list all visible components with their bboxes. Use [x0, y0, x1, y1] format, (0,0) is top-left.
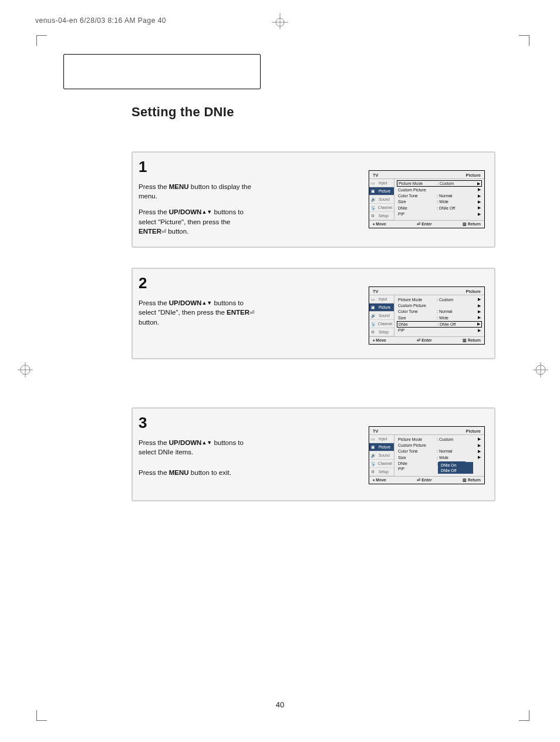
osd-row-dnie: DNIe:DNIe Off▶ — [397, 321, 482, 328]
osd-tab-sound: 🔊Sound — [369, 195, 394, 204]
osd-footer: ♦ Move ⏎ Enter ▥ Return — [369, 476, 484, 484]
osd-row-color-tone: Color Tone:Normal▶ — [397, 309, 482, 315]
up-arrow-icon: ▲ — [201, 209, 207, 215]
setup-icon: ⚙ — [371, 470, 377, 474]
osd-tab-picture: ▣Picture — [369, 303, 394, 312]
setup-icon: ⚙ — [371, 330, 377, 335]
channel-icon: 📡 — [371, 461, 376, 466]
osd-tv-label: TV — [373, 429, 379, 434]
osd-footer: ♦ Move ⏎ Enter ▥ Return — [369, 336, 484, 344]
osd-section-label: Picture — [466, 429, 481, 434]
osd-row-pip: PIP▶ — [397, 211, 482, 217]
input-icon: ▭ — [371, 297, 377, 302]
up-arrow-icon: ▲ — [201, 300, 207, 306]
osd-section-label: Picture — [466, 289, 481, 294]
osd-sidebar: ▭Input ▣Picture 🔊Sound 📡Channel ⚙Setup — [369, 179, 394, 220]
step-number: 1 — [139, 156, 255, 178]
osd-row-size: Size:Wide▶ — [397, 199, 482, 205]
osd-row-picture-mode: Picture Mode:Custom▶ — [397, 180, 482, 187]
input-icon: ▭ — [371, 181, 377, 186]
step-3-text: 3 Press the UP/DOWN▲▼ buttons to select … — [139, 412, 255, 495]
osd-row-color-tone: Color Tone:Normal▶ — [397, 448, 482, 454]
crop-mark — [519, 35, 529, 46]
osd-sidebar: ▭Input ▣Picture 🔊Sound 📡Channel ⚙Setup — [369, 435, 394, 476]
step-number: 3 — [139, 412, 255, 434]
osd-tab-setup: ⚙Setup — [369, 468, 394, 476]
osd-row-size: Size:Wide▶ — [397, 315, 482, 321]
registration-mark-right — [532, 361, 549, 381]
osd-row-dnie: DNIe:DNIe Off▶ — [397, 205, 482, 211]
step-1-text: 1 Press the MENU button to display the m… — [139, 156, 255, 242]
osd-tab-setup: ⚙Setup — [369, 212, 394, 220]
osd-tv-label: TV — [373, 173, 379, 178]
down-arrow-icon: ▼ — [207, 300, 212, 306]
osd-footer: ♦ Move ⏎ Enter ▥ Return — [369, 220, 484, 228]
picture-icon: ▣ — [371, 305, 377, 310]
channel-icon: 📡 — [371, 322, 376, 326]
step-2-block: 2 Press the UP/DOWN▲▼ buttons to select … — [131, 268, 495, 359]
picture-icon: ▣ — [371, 445, 377, 450]
osd-screenshot-2: TV Picture ▭Input ▣Picture 🔊Sound 📡Chann… — [369, 286, 485, 345]
osd-row-custom-picture: Custom Picture▶ — [397, 302, 482, 308]
osd-tab-sound: 🔊Sound — [369, 451, 394, 460]
down-arrow-icon: ▼ — [207, 440, 212, 446]
osd-main: Picture Mode:Custom▶ Custom Picture▶ Col… — [394, 295, 484, 336]
osd-tab-channel: 📡Channel — [369, 204, 394, 212]
step-3-block: 3 Press the UP/DOWN▲▼ buttons to select … — [131, 407, 495, 501]
osd-row-custom-picture: Custom Picture▶ — [397, 187, 482, 193]
enter-icon: ⏎ — [249, 309, 254, 316]
step-1-block: 1 Press the MENU button to display the m… — [131, 151, 495, 248]
crop-mark — [36, 710, 47, 721]
crop-mark — [519, 710, 529, 721]
osd-tab-setup: ⚙Setup — [369, 328, 394, 336]
osd-tab-picture: ▣Picture — [369, 187, 394, 195]
osd-dnie-dropdown: DNIe On DNIe Off — [438, 462, 473, 474]
sound-icon: 🔊 — [371, 197, 377, 202]
osd-sidebar: ▭Input ▣Picture 🔊Sound 📡Channel ⚙Setup — [369, 295, 394, 336]
osd-row-picture-mode: Picture Mode:Custom▶ — [397, 436, 482, 442]
picture-icon: ▣ — [371, 189, 377, 194]
enter-icon: ⏎ — [161, 228, 166, 235]
osd-section-label: Picture — [466, 173, 481, 178]
osd-tv-label: TV — [373, 289, 379, 294]
down-arrow-icon: ▼ — [207, 209, 212, 215]
osd-tab-channel: 📡Channel — [369, 460, 394, 468]
osd-main: Picture Mode:Custom▶ Custom Picture▶ Col… — [394, 179, 484, 220]
osd-row-pip: PIP▶ — [397, 328, 482, 333]
osd-tab-input: ▭Input — [369, 295, 394, 303]
return-icon: ▥ — [463, 478, 468, 482]
osd-row-color-tone: Color Tone:Normal▶ — [397, 193, 482, 198]
osd-tab-picture: ▣Picture — [369, 443, 394, 451]
osd-main: Picture Mode:Custom▶ Custom Picture▶ Col… — [394, 435, 484, 476]
osd-tab-channel: 📡Channel — [369, 320, 394, 328]
osd-row-size: Size:Wide▶ — [397, 454, 482, 460]
osd-screenshot-3: TV Picture ▭Input ▣Picture 🔊Sound 📡Chann… — [369, 426, 485, 484]
osd-screenshot-1: TV Picture ▭Input ▣Picture 🔊Sound 📡Chann… — [369, 170, 485, 228]
osd-tab-input: ▭Input — [369, 179, 394, 187]
osd-row-custom-picture: Custom Picture▶ — [397, 442, 482, 448]
section-tab-box — [63, 54, 261, 89]
osd-row-picture-mode: Picture Mode:Custom▶ — [397, 296, 482, 302]
channel-icon: 📡 — [371, 205, 376, 210]
sound-icon: 🔊 — [371, 453, 377, 458]
up-arrow-icon: ▲ — [201, 440, 207, 446]
osd-tab-input: ▭Input — [369, 435, 394, 443]
input-icon: ▭ — [371, 437, 377, 441]
registration-mark-left — [16, 361, 34, 381]
return-icon: ▥ — [463, 338, 468, 342]
crop-mark — [36, 35, 47, 46]
sound-icon: 🔊 — [371, 313, 377, 318]
print-header: venus-04-en 6/28/03 8:16 AM Page 40 — [35, 16, 166, 25]
page-title: Setting the DNIe — [131, 104, 234, 120]
step-number: 2 — [139, 272, 255, 295]
page-number: 40 — [276, 700, 284, 709]
osd-tab-sound: 🔊Sound — [369, 312, 394, 320]
return-icon: ▥ — [463, 222, 468, 226]
step-2-text: 2 Press the UP/DOWN▲▼ buttons to select … — [139, 272, 255, 353]
setup-icon: ⚙ — [371, 214, 377, 218]
registration-mark-top — [269, 13, 291, 29]
